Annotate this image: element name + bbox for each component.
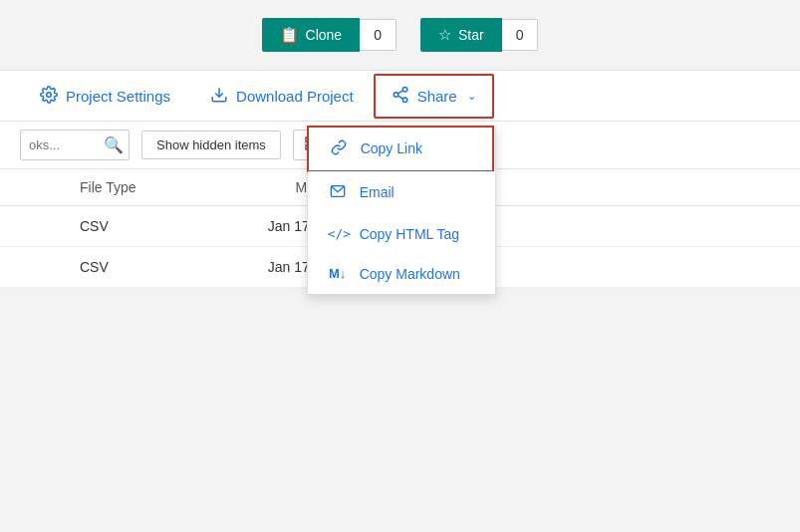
- gear-icon: [40, 86, 58, 107]
- share-button[interactable]: Share ⌄: [374, 74, 494, 119]
- markdown-icon: M↓: [328, 266, 348, 281]
- star-count: 0: [502, 19, 539, 51]
- svg-point-3: [394, 92, 399, 97]
- show-hidden-items-button[interactable]: Show hidden items: [141, 131, 281, 159]
- clone-button[interactable]: 📋 Clone: [262, 18, 361, 52]
- svg-point-0: [47, 92, 52, 97]
- share-dropdown: Copy Link Email </> Copy HTML Tag M↓ Cop…: [307, 126, 496, 295]
- email-icon: [328, 183, 348, 202]
- project-settings-label: Project Settings: [66, 88, 170, 105]
- star-label: Star: [458, 27, 484, 43]
- clone-label: Clone: [306, 27, 343, 43]
- svg-point-2: [402, 87, 407, 92]
- copy-html-label: Copy HTML Tag: [360, 226, 459, 242]
- svg-point-4: [402, 98, 407, 103]
- download-label: Download Project: [236, 88, 354, 105]
- svg-line-6: [398, 90, 402, 93]
- copy-html-button[interactable]: </> Copy HTML Tag: [308, 214, 495, 254]
- chevron-down-icon: ⌄: [467, 90, 476, 103]
- project-settings-link[interactable]: Project Settings: [20, 72, 190, 121]
- link-icon: [329, 139, 349, 158]
- clone-count: 0: [360, 19, 397, 51]
- search-input-wrap[interactable]: 🔍: [20, 130, 130, 160]
- star-icon: ☆: [438, 26, 451, 44]
- download-project-link[interactable]: Download Project: [190, 72, 374, 121]
- email-button[interactable]: Email: [308, 171, 495, 214]
- search-icon: 🔍: [104, 135, 124, 154]
- top-bar: 📋 Clone 0 ☆ Star 0: [0, 0, 800, 70]
- share-wrapper: Share ⌄ Copy Link: [374, 74, 494, 119]
- star-group: ☆ Star 0: [420, 18, 538, 52]
- action-bar: Project Settings Download Project: [0, 70, 800, 122]
- html-icon: </>: [328, 226, 348, 241]
- search-input[interactable]: [29, 137, 104, 152]
- col-file-type: File Type: [80, 179, 136, 195]
- cell-file-type: CSV: [80, 218, 109, 234]
- share-label: Share: [417, 88, 457, 105]
- clone-icon: 📋: [280, 26, 299, 44]
- copy-markdown-label: Copy Markdown: [360, 266, 460, 282]
- share-icon: [392, 86, 409, 107]
- copy-markdown-button[interactable]: M↓ Copy Markdown: [308, 254, 495, 294]
- svg-line-5: [398, 96, 402, 99]
- copy-link-label: Copy Link: [361, 140, 422, 156]
- download-icon: [210, 86, 228, 107]
- cell-file-type: CSV: [80, 259, 109, 275]
- star-button[interactable]: ☆ Star: [420, 18, 502, 52]
- show-hidden-items-label: Show hidden items: [156, 137, 266, 152]
- clone-group: 📋 Clone 0: [262, 18, 397, 52]
- copy-link-button[interactable]: Copy Link: [307, 126, 494, 172]
- email-label: Email: [360, 184, 395, 200]
